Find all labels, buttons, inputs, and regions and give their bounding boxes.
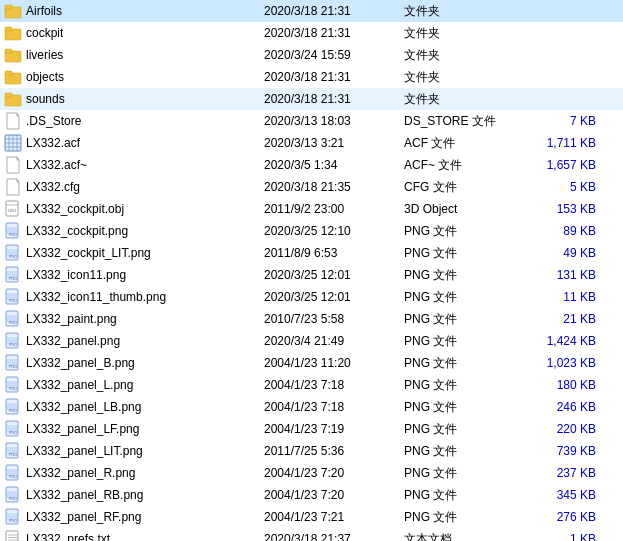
file-name-cell: PNG LX332_panel_RB.png [4, 486, 264, 504]
table-row[interactable]: PNG LX332_cockpit_LIT.png2011/8/9 6:53PN… [0, 242, 623, 264]
file-date: 2020/3/13 18:03 [264, 114, 404, 128]
folder-icon [4, 2, 22, 20]
file-date: 2004/1/23 7:21 [264, 510, 404, 524]
file-name: LX332_panel_RF.png [26, 510, 141, 524]
file-size: 5 KB [524, 180, 604, 194]
file-type: ACF 文件 [404, 135, 524, 152]
file-name-cell: PNG LX332_panel_R.png [4, 464, 264, 482]
table-row[interactable]: LX332.acf2020/3/13 3:21ACF 文件1,711 KB [0, 132, 623, 154]
png-icon: PNG [4, 398, 22, 416]
table-row[interactable]: PNG LX332_panel.png2020/3/4 21:49PNG 文件1… [0, 330, 623, 352]
png-icon: PNG [4, 244, 22, 262]
svg-rect-1 [5, 5, 12, 9]
file-size: 153 KB [524, 202, 604, 216]
file-type: PNG 文件 [404, 333, 524, 350]
file-size: 21 KB [524, 312, 604, 326]
file-type: CFG 文件 [404, 179, 524, 196]
svg-text:PNG: PNG [9, 254, 18, 259]
table-row[interactable]: Airfoils2020/3/18 21:31文件夹 [0, 0, 623, 22]
table-row[interactable]: PNG LX332_panel_LIT.png2011/7/25 5:36PNG… [0, 440, 623, 462]
file-name-cell: LX332.acf [4, 134, 264, 152]
table-row[interactable]: PNG LX332_panel_L.png2004/1/23 7:18PNG 文… [0, 374, 623, 396]
file-type: 文件夹 [404, 91, 524, 108]
acf-icon [4, 134, 22, 152]
folder-icon [4, 90, 22, 108]
generic-file-icon [4, 156, 22, 174]
png-icon: PNG [4, 266, 22, 284]
png-icon: PNG [4, 332, 22, 350]
table-row[interactable]: PNG LX332_icon11.png2020/3/25 12:01PNG 文… [0, 264, 623, 286]
file-type: PNG 文件 [404, 223, 524, 240]
table-row[interactable]: PNG LX332_panel_LF.png2004/1/23 7:19PNG … [0, 418, 623, 440]
file-type: PNG 文件 [404, 267, 524, 284]
file-date: 2020/3/18 21:31 [264, 4, 404, 18]
file-name: sounds [26, 92, 65, 106]
svg-text:PNG: PNG [9, 496, 18, 501]
table-row[interactable]: PNG LX332_panel_RB.png2004/1/23 7:20PNG … [0, 484, 623, 506]
file-size: 131 KB [524, 268, 604, 282]
table-row[interactable]: sounds2020/3/18 21:31文件夹 [0, 88, 623, 110]
file-name-cell: PNG LX332_cockpit_LIT.png [4, 244, 264, 262]
file-name: LX332.acf~ [26, 158, 87, 172]
file-type: PNG 文件 [404, 311, 524, 328]
file-name: LX332_paint.png [26, 312, 117, 326]
png-icon: PNG [4, 354, 22, 372]
table-row[interactable]: .DS_Store2020/3/13 18:03DS_STORE 文件7 KB [0, 110, 623, 132]
table-row[interactable]: PNG LX332_panel_R.png2004/1/23 7:20PNG 文… [0, 462, 623, 484]
folder-icon [4, 46, 22, 64]
file-name-cell: liveries [4, 46, 264, 64]
file-size: 246 KB [524, 400, 604, 414]
table-row[interactable]: PNG LX332_paint.png2010/7/23 5:58PNG 文件2… [0, 308, 623, 330]
file-date: 2004/1/23 7:18 [264, 378, 404, 392]
svg-text:OBJ: OBJ [8, 208, 16, 213]
table-row[interactable]: PNG LX332_icon11_thumb.png2020/3/25 12:0… [0, 286, 623, 308]
png-icon: PNG [4, 310, 22, 328]
file-name: LX332_icon11_thumb.png [26, 290, 166, 304]
table-row[interactable]: LX332_prefs.txt2020/3/18 21:37文本文档1 KB [0, 528, 623, 541]
file-name: LX332_panel_L.png [26, 378, 133, 392]
file-name-cell: PNG LX332_icon11_thumb.png [4, 288, 264, 306]
table-row[interactable]: LX332.cfg2020/3/18 21:35CFG 文件5 KB [0, 176, 623, 198]
svg-text:PNG: PNG [9, 364, 18, 369]
obj-icon: OBJ [4, 200, 22, 218]
table-row[interactable]: cockpit2020/3/18 21:31文件夹 [0, 22, 623, 44]
file-name-cell: PNG LX332_cockpit.png [4, 222, 264, 240]
folder-icon [4, 24, 22, 42]
file-name-cell: LX332_prefs.txt [4, 530, 264, 541]
file-name-cell: LX332.acf~ [4, 156, 264, 174]
table-row[interactable]: objects2020/3/18 21:31文件夹 [0, 66, 623, 88]
file-size: 276 KB [524, 510, 604, 524]
file-name-cell: .DS_Store [4, 112, 264, 130]
file-size: 1 KB [524, 532, 604, 541]
table-row[interactable]: LX332.acf~2020/3/5 1:34ACF~ 文件1,657 KB [0, 154, 623, 176]
file-name: LX332_panel_B.png [26, 356, 135, 370]
file-type: DS_STORE 文件 [404, 113, 524, 130]
file-size: 1,424 KB [524, 334, 604, 348]
file-size: 7 KB [524, 114, 604, 128]
file-type: 文件夹 [404, 47, 524, 64]
png-icon: PNG [4, 464, 22, 482]
file-date: 2011/8/9 6:53 [264, 246, 404, 260]
file-date: 2020/3/25 12:01 [264, 290, 404, 304]
file-name: LX332_cockpit.png [26, 224, 128, 238]
table-row[interactable]: PNG LX332_cockpit.png2020/3/25 12:10PNG … [0, 220, 623, 242]
file-date: 2011/9/2 23:00 [264, 202, 404, 216]
table-row[interactable]: liveries2020/3/24 15:59文件夹 [0, 44, 623, 66]
file-type: 文件夹 [404, 69, 524, 86]
file-date: 2010/7/23 5:58 [264, 312, 404, 326]
file-list: Airfoils2020/3/18 21:31文件夹 cockpit2020/3… [0, 0, 623, 541]
file-type: PNG 文件 [404, 487, 524, 504]
table-row[interactable]: PNG LX332_panel_B.png2004/1/23 11:20PNG … [0, 352, 623, 374]
file-name: LX332_panel_RB.png [26, 488, 143, 502]
file-name-cell: PNG LX332_panel_LIT.png [4, 442, 264, 460]
table-row[interactable]: PNG LX332_panel_LB.png2004/1/23 7:18PNG … [0, 396, 623, 418]
table-row[interactable]: PNG LX332_panel_RF.png2004/1/23 7:21PNG … [0, 506, 623, 528]
file-name-cell: PNG LX332_panel_B.png [4, 354, 264, 372]
png-icon: PNG [4, 420, 22, 438]
file-type: PNG 文件 [404, 399, 524, 416]
file-date: 2020/3/13 3:21 [264, 136, 404, 150]
svg-rect-65 [6, 531, 18, 541]
table-row[interactable]: OBJ LX332_cockpit.obj2011/9/2 23:003D Ob… [0, 198, 623, 220]
file-name: LX332_icon11.png [26, 268, 126, 282]
file-date: 2020/3/18 21:31 [264, 92, 404, 106]
